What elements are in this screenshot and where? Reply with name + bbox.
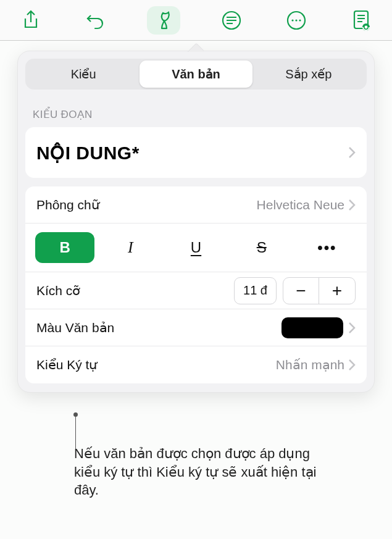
chevron-right-icon [348,146,356,159]
svg-point-2 [291,19,293,21]
svg-point-3 [295,19,297,21]
strikethrough-button[interactable]: S [232,232,291,263]
section-header-paragraph-style: KIỂU ĐOẠN [18,97,374,127]
size-stepper: − + [283,277,356,304]
svg-point-4 [299,19,301,21]
text-color-label: Màu Văn bản [36,320,114,335]
character-style-value: Nhấn mạnh [276,357,344,372]
popover-tail [188,43,204,52]
more-formatting-button[interactable]: ••• [298,232,357,263]
bold-button[interactable]: B [35,232,94,263]
text-options-card: Phông chữ Helvetica Neue B I U S ••• Kíc… [25,186,367,383]
reader-view-icon[interactable] [348,7,375,34]
font-label: Phông chữ [36,198,99,212]
format-brush-icon[interactable] [147,6,180,35]
character-style-label: Kiểu Ký tự [36,357,97,372]
size-decrease-button[interactable]: − [283,278,319,304]
format-popover: Kiểu Văn bản Sắp xếp KIỂU ĐOẠN NỘI DUNG*… [17,51,375,393]
paragraph-style-name: NỘI DUNG* [36,142,348,164]
paragraph-style-row[interactable]: NỘI DUNG* [25,127,367,178]
size-row: Kích cỡ 11 đ − + [25,272,367,309]
chevron-right-icon [348,199,356,211]
size-increase-button[interactable]: + [319,278,355,304]
font-value: Helvetica Neue [257,198,344,212]
underline-button[interactable]: U [166,232,225,263]
fade-edge [12,420,380,435]
insert-icon[interactable] [218,7,245,34]
tab-style[interactable]: Kiểu [27,61,140,88]
more-icon[interactable] [283,7,310,34]
italic-button[interactable]: I [101,232,160,263]
tab-text[interactable]: Văn bản [140,61,252,88]
chevron-right-icon [348,322,356,334]
size-field[interactable]: 11 đ [234,277,277,304]
character-style-row[interactable]: Kiểu Ký tự Nhấn mạnh [25,346,367,383]
font-row[interactable]: Phông chữ Helvetica Neue [25,186,367,224]
size-label: Kích cỡ [36,283,80,298]
undo-icon[interactable] [82,7,109,34]
top-toolbar [0,0,392,41]
callout-text: Nếu văn bản được chọn được áp dụng kiểu … [74,445,333,499]
chevron-right-icon [348,359,356,371]
text-color-row[interactable]: Màu Văn bản [25,309,367,346]
segmented-control: Kiểu Văn bản Sắp xếp [25,59,367,90]
svg-point-7 [365,25,368,28]
format-buttons-row: B I U S ••• [25,224,367,272]
color-swatch [281,317,343,338]
tab-arrange[interactable]: Sắp xếp [252,61,365,88]
share-icon[interactable] [17,7,44,34]
